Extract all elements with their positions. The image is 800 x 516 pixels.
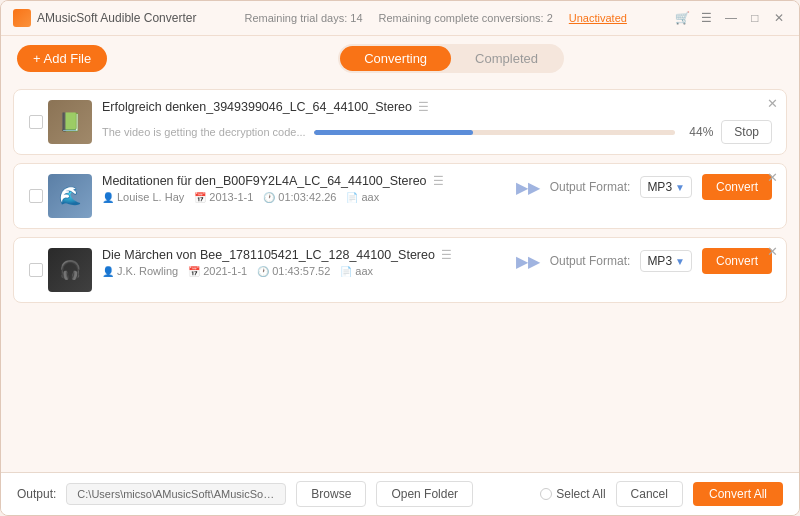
menu-icon[interactable]: ☰	[699, 10, 715, 26]
add-file-button[interactable]: + Add File	[17, 45, 107, 72]
clock-icon-2: 🕐	[263, 192, 275, 203]
author-icon-3: 👤	[102, 266, 114, 277]
progress-percent-1: 44%	[683, 125, 713, 139]
close-card-1[interactable]: ✕	[767, 96, 778, 111]
select-all-label: Select All	[556, 487, 605, 501]
file-name-row-2: Meditationen für den_B00F9Y2L4A_LC_64_44…	[102, 174, 506, 188]
title-bar-right: 🛒 ☰ — □ ✕	[675, 10, 787, 26]
file-name-row-3: Die Märchen von Bee_1781105421_LC_128_44…	[102, 248, 506, 262]
convert-all-button[interactable]: Convert All	[693, 482, 783, 506]
format-3: aax	[355, 265, 373, 277]
author-2: Louise L. Hay	[117, 191, 184, 203]
minimize-button[interactable]: —	[723, 10, 739, 26]
file-card-top-3: 🎧 Die Märchen von Bee_1781105421_LC_128_…	[28, 248, 772, 292]
file-icon-2: 📄	[346, 192, 358, 203]
content-area: ✕ 📗 Erfolgreich denken_3949399046_LC_64_…	[1, 81, 799, 472]
checkbox-3[interactable]	[28, 262, 44, 278]
unactivated-link[interactable]: Unactivated	[569, 12, 627, 24]
browse-button[interactable]: Browse	[296, 481, 366, 507]
date-2: 2013-1-1	[209, 191, 253, 203]
checkbox-2[interactable]	[28, 188, 44, 204]
maximize-button[interactable]: □	[747, 10, 763, 26]
file-info-3: Die Märchen von Bee_1781105421_LC_128_44…	[102, 248, 506, 277]
file-info-1: Erfolgreich denken_3949399046_LC_64_4410…	[102, 100, 772, 144]
format-chevron-2: ▼	[675, 182, 685, 193]
calendar-icon-3: 📅	[188, 266, 200, 277]
thumbnail-1: 📗	[48, 100, 92, 144]
output-label: Output:	[17, 487, 56, 501]
output-path: C:\Users\micso\AMusicSoft\AMusicSoft Au.…	[66, 483, 286, 505]
checkbox-1[interactable]	[28, 114, 44, 130]
select-all-wrapper: Select All	[540, 487, 605, 501]
arrow-icon-3: ▶▶	[516, 252, 540, 271]
title-bar-center: Remaining trial days: 14 Remaining compl…	[245, 12, 627, 24]
duration-meta-3: 🕐 01:43:57.52	[257, 265, 330, 277]
file-meta-2: 👤 Louise L. Hay 📅 2013-1-1 🕐 01:03:42.26	[102, 191, 506, 203]
format-select-3[interactable]: MP3 ▼	[640, 250, 692, 272]
cart-icon[interactable]: 🛒	[675, 10, 691, 26]
convert-button-2[interactable]: Convert	[702, 174, 772, 200]
arrow-icon-2: ▶▶	[516, 178, 540, 197]
progress-fill-1	[314, 130, 473, 135]
file-card-3: ✕ 🎧 Die Märchen von Bee_1781105421_LC_12…	[13, 237, 787, 303]
author-meta-3: 👤 J.K. Rowling	[102, 265, 178, 277]
file-name-3: Die Märchen von Bee_1781105421_LC_128_44…	[102, 248, 435, 262]
file-meta-3: 👤 J.K. Rowling 📅 2021-1-1 🕐 01:43:57.52	[102, 265, 506, 277]
format-2: aax	[361, 191, 379, 203]
output-format-label-2: Output Format:	[550, 180, 631, 194]
file-name-row-1: Erfolgreich denken_3949399046_LC_64_4410…	[102, 100, 772, 114]
toolbar: + Add File Converting Completed	[1, 36, 799, 81]
app-icon	[13, 9, 31, 27]
progress-bar-1	[314, 130, 676, 135]
thumbnail-2: 🌊	[48, 174, 92, 218]
format-value-2: MP3	[647, 180, 672, 194]
tab-completed[interactable]: Completed	[451, 46, 562, 71]
stop-button-1[interactable]: Stop	[721, 120, 772, 144]
file-menu-icon-2[interactable]: ☰	[433, 174, 444, 188]
bottom-bar: Output: C:\Users\micso\AMusicSoft\AMusic…	[1, 472, 799, 515]
progress-area-1: The video is getting the decryption code…	[102, 120, 772, 144]
file-card-top-2: 🌊 Meditationen für den_B00F9Y2L4A_LC_64_…	[28, 174, 772, 218]
duration-3: 01:43:57.52	[272, 265, 330, 277]
title-bar: AMusicSoft Audible Converter Remaining t…	[1, 1, 799, 36]
close-card-3[interactable]: ✕	[767, 244, 778, 259]
progress-status-text: The video is getting the decryption code…	[102, 126, 306, 138]
file-name-1: Erfolgreich denken_3949399046_LC_64_4410…	[102, 100, 412, 114]
date-3: 2021-1-1	[203, 265, 247, 277]
thumbnail-3: 🎧	[48, 248, 92, 292]
cancel-button[interactable]: Cancel	[616, 481, 683, 507]
app-window: AMusicSoft Audible Converter Remaining t…	[0, 0, 800, 516]
duration-meta-2: 🕐 01:03:42.26	[263, 191, 336, 203]
file-info-2: Meditationen für den_B00F9Y2L4A_LC_64_44…	[102, 174, 506, 203]
date-meta-2: 📅 2013-1-1	[194, 191, 253, 203]
clock-icon-3: 🕐	[257, 266, 269, 277]
output-format-label-3: Output Format:	[550, 254, 631, 268]
duration-2: 01:03:42.26	[278, 191, 336, 203]
close-card-2[interactable]: ✕	[767, 170, 778, 185]
file-menu-icon-1[interactable]: ☰	[418, 100, 429, 114]
file-card-1: ✕ 📗 Erfolgreich denken_3949399046_LC_64_…	[13, 89, 787, 155]
date-meta-3: 📅 2021-1-1	[188, 265, 247, 277]
author-icon-2: 👤	[102, 192, 114, 203]
format-meta-3: 📄 aax	[340, 265, 373, 277]
format-select-2[interactable]: MP3 ▼	[640, 176, 692, 198]
close-button[interactable]: ✕	[771, 10, 787, 26]
app-title: AMusicSoft Audible Converter	[37, 11, 196, 25]
file-menu-icon-3[interactable]: ☰	[441, 248, 452, 262]
card-right-2: ▶▶ Output Format: MP3 ▼ Convert	[516, 174, 772, 200]
conversions-info: Remaining complete conversions: 2	[379, 12, 553, 24]
trial-days-info: Remaining trial days: 14	[245, 12, 363, 24]
format-chevron-3: ▼	[675, 256, 685, 267]
file-card-2: ✕ 🌊 Meditationen für den_B00F9Y2L4A_LC_6…	[13, 163, 787, 229]
format-value-3: MP3	[647, 254, 672, 268]
open-folder-button[interactable]: Open Folder	[376, 481, 473, 507]
title-bar-left: AMusicSoft Audible Converter	[13, 9, 196, 27]
file-icon-3: 📄	[340, 266, 352, 277]
author-3: J.K. Rowling	[117, 265, 178, 277]
tab-group: Converting Completed	[338, 44, 564, 73]
select-all-radio[interactable]	[540, 488, 552, 500]
calendar-icon-2: 📅	[194, 192, 206, 203]
file-name-2: Meditationen für den_B00F9Y2L4A_LC_64_44…	[102, 174, 427, 188]
convert-button-3[interactable]: Convert	[702, 248, 772, 274]
tab-converting[interactable]: Converting	[340, 46, 451, 71]
